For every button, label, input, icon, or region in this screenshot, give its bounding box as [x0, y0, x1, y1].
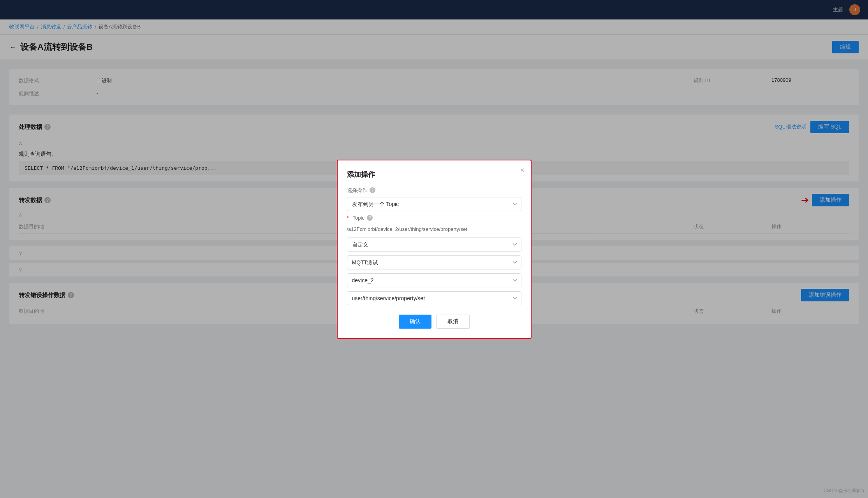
- modal-close-button[interactable]: ×: [520, 167, 525, 174]
- topic-label-row: * Topic ?: [347, 215, 521, 221]
- device-select-wrapper: device_2: [347, 273, 521, 287]
- modal-title: 添加操作: [347, 170, 521, 179]
- modal-footer: 确认 取消: [347, 315, 521, 329]
- select-op-wrapper: 发布到另一个 Topic: [347, 197, 521, 211]
- modal-overlay: 添加操作 × 选择操作 ? 发布到另一个 Topic * Topic ? /a1…: [0, 0, 868, 334]
- custom-select-dropdown[interactable]: 自定义: [347, 238, 521, 252]
- mqtt-select-wrapper: MQTT测试: [347, 255, 521, 269]
- select-op-dropdown[interactable]: 发布到另一个 Topic: [347, 197, 521, 211]
- topic-display: /a12Fcmiorbf/device_2/user/thing/service…: [347, 224, 521, 234]
- topic-required-mark: *: [347, 215, 349, 221]
- mqtt-select-dropdown[interactable]: MQTT测试: [347, 255, 521, 269]
- topic-label: Topic: [353, 215, 364, 221]
- device-select-dropdown[interactable]: device_2: [347, 273, 521, 287]
- confirm-button[interactable]: 确认: [399, 315, 431, 329]
- custom-select-wrapper: 自定义: [347, 238, 521, 252]
- select-op-label: 选择操作: [347, 187, 367, 194]
- add-op-modal: 添加操作 × 选择操作 ? 发布到另一个 Topic * Topic ? /a1…: [337, 160, 532, 334]
- path-input[interactable]: [347, 291, 521, 305]
- select-op-help-icon[interactable]: ?: [370, 187, 375, 193]
- select-op-label-row: 选择操作 ?: [347, 187, 521, 194]
- path-select-wrapper: [347, 291, 521, 305]
- topic-help-icon[interactable]: ?: [367, 215, 373, 221]
- cancel-button[interactable]: 取消: [436, 315, 470, 329]
